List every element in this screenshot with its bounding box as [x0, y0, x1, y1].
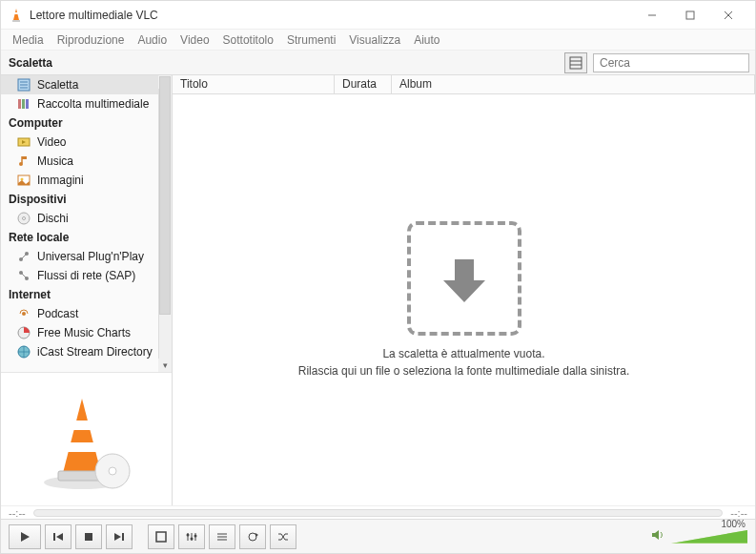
minimize-button[interactable]: [633, 1, 671, 30]
svg-rect-2: [14, 12, 18, 14]
svg-rect-45: [122, 533, 124, 541]
seek-bar-row: --:-- --:--: [1, 505, 755, 519]
svg-rect-7: [570, 57, 582, 69]
stop-button[interactable]: [75, 524, 102, 549]
disc-icon: [16, 211, 31, 226]
podcast-icon: [16, 306, 31, 321]
playlist-content: Titolo Durata Album La scaletta è attual…: [173, 75, 755, 505]
play-button[interactable]: [9, 524, 41, 549]
column-album[interactable]: Album: [392, 75, 755, 93]
svg-rect-43: [85, 533, 92, 541]
svg-point-51: [191, 537, 194, 540]
volume-control: 100%: [650, 527, 747, 545]
svg-rect-14: [18, 99, 21, 109]
menu-tools[interactable]: Strumenti: [281, 31, 341, 49]
column-headers: Titolo Durata Album: [173, 75, 755, 94]
sidebar-item-label: Flussi di rete (SAP): [37, 269, 164, 282]
sidebar-item-label: Podcast: [37, 307, 164, 320]
seek-bar[interactable]: [33, 509, 724, 517]
sidebar-item-discs[interactable]: Dischi: [1, 209, 172, 228]
sidebar-item-podcast[interactable]: Podcast: [1, 304, 172, 323]
prev-button[interactable]: [45, 524, 72, 549]
charts-icon: [16, 325, 31, 340]
menu-view[interactable]: Visualizza: [343, 31, 406, 49]
svg-marker-34: [63, 399, 101, 473]
view-toggle-button[interactable]: [564, 52, 587, 73]
menu-video[interactable]: Video: [174, 31, 215, 49]
svg-point-39: [109, 467, 116, 475]
svg-point-19: [19, 162, 23, 166]
shuffle-button[interactable]: [270, 524, 296, 549]
app-icon: [9, 8, 24, 23]
volume-percent: 100%: [721, 519, 746, 529]
window-title: Lettore multimediale VLC: [30, 9, 158, 22]
maximize-button[interactable]: [671, 1, 709, 30]
column-title[interactable]: Titolo: [173, 75, 335, 93]
fullscreen-button[interactable]: [148, 524, 174, 549]
svg-marker-57: [652, 530, 659, 540]
speaker-icon[interactable]: [650, 527, 665, 545]
music-icon: [16, 154, 31, 169]
svg-point-23: [23, 217, 26, 220]
menu-help[interactable]: Aiuto: [408, 31, 445, 49]
sidebar-scrollbar[interactable]: ▴ ▾: [158, 75, 172, 372]
sidebar-item-icast[interactable]: iCast Stream Directory: [1, 342, 172, 361]
empty-line2: Rilascia qui un file o seleziona la font…: [298, 362, 630, 380]
main: Scaletta Raccolta multimediale Computer …: [1, 75, 755, 505]
sidebar-item-sap[interactable]: Flussi di rete (SAP): [1, 266, 172, 285]
video-icon: [16, 134, 31, 150]
sidebar-item-playlist[interactable]: Scaletta: [1, 75, 172, 94]
sidebar-item-images[interactable]: Immagini: [1, 171, 172, 190]
menu-playback[interactable]: Riproduzione: [51, 31, 131, 49]
playlist-button[interactable]: [209, 524, 235, 549]
menu-subtitle[interactable]: Sottotitolo: [217, 31, 279, 49]
close-button[interactable]: [709, 1, 747, 30]
search-input[interactable]: [593, 53, 749, 72]
sidebar-item-label: Dischi: [37, 212, 164, 225]
sidebar-item-video[interactable]: Video: [1, 133, 172, 152]
upnp-icon: [16, 249, 31, 264]
svg-rect-41: [53, 533, 55, 541]
icast-icon: [16, 344, 31, 359]
svg-rect-4: [686, 11, 694, 19]
sap-icon: [16, 268, 31, 283]
sidebar-item-upnp[interactable]: Universal Plug'n'Play: [1, 247, 172, 266]
scrollbar-thumb[interactable]: [159, 76, 171, 315]
svg-rect-36: [67, 442, 97, 452]
svg-rect-46: [156, 532, 166, 542]
sidebar-item-label: Raccolta multimediale: [37, 97, 164, 111]
svg-line-26: [21, 254, 27, 259]
empty-playlist-dropzone[interactable]: La scaletta è attualmente vuota. Rilasci…: [173, 94, 755, 505]
svg-rect-35: [72, 421, 92, 430]
svg-point-52: [194, 534, 197, 537]
album-art-preview: [1, 372, 172, 505]
empty-playlist-text: La scaletta è attualmente vuota. Rilasci…: [298, 345, 630, 380]
sidebar-item-charts[interactable]: Free Music Charts: [1, 323, 172, 342]
loop-button[interactable]: [239, 524, 266, 549]
menu-audio[interactable]: Audio: [132, 31, 173, 49]
sidebar-group-devices: Dispositivi: [1, 190, 172, 209]
svg-marker-40: [21, 532, 30, 542]
library-icon: [16, 96, 31, 112]
empty-line1: La scaletta è attualmente vuota.: [298, 345, 630, 362]
sidebar-item-label: Musica: [37, 154, 164, 168]
sidebar: Scaletta Raccolta multimediale Computer …: [1, 75, 173, 505]
svg-marker-56: [255, 533, 258, 537]
ext-settings-button[interactable]: [178, 524, 205, 549]
column-duration[interactable]: Durata: [335, 75, 392, 93]
scroll-down-icon[interactable]: ▾: [158, 359, 172, 372]
next-button[interactable]: [106, 524, 133, 549]
playlist-icon: [16, 77, 31, 92]
svg-point-50: [187, 533, 190, 536]
menubar: Media Riproduzione Audio Video Sottotito…: [1, 30, 755, 51]
sidebar-item-music[interactable]: Musica: [1, 152, 172, 171]
menu-media[interactable]: Media: [7, 31, 50, 49]
svg-marker-42: [56, 533, 63, 541]
volume-slider[interactable]: 100%: [671, 530, 747, 544]
svg-line-29: [21, 273, 27, 278]
topbar: Scaletta: [1, 51, 755, 75]
sidebar-item-library[interactable]: Raccolta multimediale: [1, 94, 172, 113]
controls: 100%: [1, 519, 755, 553]
sidebar-item-label: Universal Plug'n'Play: [37, 250, 164, 263]
total-time: --:--: [730, 507, 747, 519]
